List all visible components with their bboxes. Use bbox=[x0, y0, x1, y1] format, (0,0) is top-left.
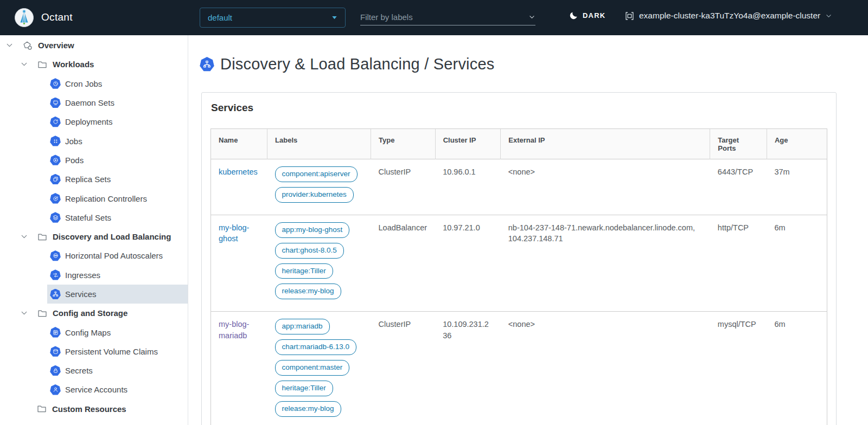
sidebar-item-replica-sets[interactable]: Replica Sets bbox=[0, 170, 188, 189]
label-filter-input[interactable] bbox=[360, 12, 512, 22]
sidebar-group-workloads[interactable]: Workloads bbox=[0, 55, 188, 74]
service-link-kubernetes[interactable]: kubernetes bbox=[219, 168, 258, 176]
cluster-icon bbox=[625, 11, 634, 21]
label-pill[interactable]: chart:ghost-8.0.5 bbox=[275, 243, 344, 259]
sidebar-item-secrets[interactable]: Secrets bbox=[0, 361, 188, 380]
horizontal-pod-autoscalers-icon bbox=[50, 250, 61, 261]
overview-icon bbox=[23, 41, 33, 50]
sidebar-item-service-accounts[interactable]: Service Accounts bbox=[0, 380, 188, 399]
ingresses-icon bbox=[50, 269, 61, 280]
label-pill[interactable]: component:master bbox=[275, 360, 350, 376]
chevron-down-icon[interactable] bbox=[20, 60, 28, 68]
octant-app: Octant default DARK example-cluster-ka3T… bbox=[0, 0, 868, 425]
service-accounts-icon bbox=[50, 384, 61, 395]
sidebar-group-discovery-and-load-balancing[interactable]: Discovery and Load Balancing bbox=[0, 227, 188, 246]
age-cell: 6m bbox=[767, 312, 827, 425]
replication-controllers-icon bbox=[50, 193, 61, 204]
namespace-dropdown[interactable]: default bbox=[200, 8, 346, 28]
sidebar-item-ingresses[interactable]: Ingresses bbox=[0, 266, 188, 285]
octant-logo-icon bbox=[14, 8, 34, 28]
folder-icon bbox=[37, 308, 47, 318]
page-title: Discovery & Load Balancing / Services bbox=[220, 55, 494, 73]
moon-icon bbox=[570, 11, 578, 20]
cluster-context-selector[interactable]: example-cluster-ka3TuTzYo4a@example-clus… bbox=[625, 11, 832, 21]
chevron-down-icon[interactable] bbox=[20, 233, 28, 241]
services-table: Name Labels Type Cluster IP External IP … bbox=[210, 128, 827, 425]
sidebar-item-deployments[interactable]: Deployments bbox=[0, 112, 188, 131]
sidebar-item-horizontal-pod-autoscalers[interactable]: Horizontal Pod Autoscalers bbox=[0, 246, 188, 265]
column-header-name: Name bbox=[211, 129, 267, 159]
sidebar-item-services[interactable]: Services bbox=[0, 285, 188, 304]
label-pill[interactable]: heritage:Tiller bbox=[275, 263, 333, 279]
label-pill[interactable]: app:mariadb bbox=[275, 319, 330, 334]
target-ports-cell: http/TCP bbox=[710, 215, 767, 312]
table-row: my-blog-mariadb app:mariadb chart:mariad… bbox=[211, 312, 827, 425]
label-pill[interactable]: app:my-blog-ghost bbox=[275, 222, 350, 238]
service-resource-icon bbox=[200, 57, 214, 72]
chevron-down-icon[interactable] bbox=[20, 309, 28, 317]
label-list: app:mariadb chart:mariadb-6.13.0 compone… bbox=[275, 319, 363, 421]
table-row: kubernetes component:apiserver provider:… bbox=[211, 159, 827, 215]
sidebar-item-stateful-sets[interactable]: Stateful Sets bbox=[0, 208, 188, 227]
jobs-icon bbox=[50, 136, 61, 146]
sidebar-item-config-maps[interactable]: Config Maps bbox=[0, 323, 188, 342]
table-header-row: Name Labels Type Cluster IP External IP … bbox=[211, 129, 827, 159]
sidebar-item-persistent-volume-claims[interactable]: Persistent Volume Claims bbox=[0, 342, 188, 361]
folder-icon bbox=[37, 404, 47, 414]
app-title: Octant bbox=[41, 11, 73, 23]
label-pill[interactable]: release:my-blog bbox=[275, 284, 341, 299]
cluster-ip-cell: 10.96.0.1 bbox=[435, 159, 501, 215]
label-pill[interactable]: heritage:Tiller bbox=[275, 381, 333, 396]
column-header-external-ip: External IP bbox=[501, 129, 710, 159]
cluster-ip-cell: 10.97.21.0 bbox=[435, 215, 501, 312]
stateful-sets-icon bbox=[50, 212, 61, 223]
daemon-sets-icon bbox=[50, 98, 61, 108]
service-link-my-blog-ghost[interactable]: my-blog-ghost bbox=[219, 223, 249, 243]
cluster-ip-cell: 10.109.231.236 bbox=[435, 312, 501, 425]
column-header-target-ports: Target Ports bbox=[710, 129, 767, 159]
card-title: Services bbox=[211, 102, 827, 114]
label-pill[interactable]: provider:kubernetes bbox=[275, 187, 354, 203]
sidebar-item-daemon-sets[interactable]: Daemon Sets bbox=[0, 93, 188, 112]
sidebar-item-cron-jobs[interactable]: Cron Jobs bbox=[0, 74, 188, 93]
sidebar-group-config-and-storage[interactable]: Config and Storage bbox=[0, 304, 188, 323]
column-header-type: Type bbox=[371, 129, 436, 159]
page-title-row: Discovery & Load Balancing / Services bbox=[200, 55, 494, 73]
deployments-icon bbox=[50, 117, 61, 127]
sidebar-navigation: Overview Workloads Cron Jobs Daemon Sets… bbox=[0, 35, 188, 425]
main-content: Discovery & Load Balancing / Services Se… bbox=[189, 35, 868, 425]
sidebar-group-custom-resources[interactable]: Custom Resources bbox=[0, 400, 188, 418]
type-cell: ClusterIP bbox=[371, 159, 436, 215]
replica-sets-icon bbox=[50, 174, 61, 185]
dark-mode-toggle[interactable]: DARK bbox=[570, 11, 605, 20]
label-pill[interactable]: component:apiserver bbox=[275, 166, 358, 182]
persistent-volume-claims-icon bbox=[50, 346, 61, 357]
table-row: my-blog-ghost app:my-blog-ghost chart:gh… bbox=[211, 215, 827, 312]
caret-down-icon bbox=[331, 15, 337, 21]
label-filter[interactable] bbox=[360, 9, 535, 25]
chevron-down-icon[interactable] bbox=[5, 41, 14, 49]
service-link-my-blog-mariadb[interactable]: my-blog-mariadb bbox=[219, 320, 249, 339]
sidebar-item-jobs[interactable]: Jobs bbox=[0, 131, 188, 150]
label-pill[interactable]: release:my-blog bbox=[275, 401, 341, 417]
sidebar-item-replication-controllers[interactable]: Replication Controllers bbox=[0, 189, 188, 208]
config-maps-icon bbox=[50, 327, 61, 338]
secrets-icon bbox=[50, 365, 61, 376]
sidebar-item-overview[interactable]: Overview bbox=[0, 36, 188, 55]
services-icon bbox=[50, 289, 61, 300]
top-header-bar: Octant default DARK example-cluster-ka3T… bbox=[0, 0, 868, 35]
namespace-dropdown-value: default bbox=[208, 13, 232, 22]
external-ip-cell: <none> bbox=[501, 159, 710, 215]
pods-icon bbox=[50, 154, 61, 165]
type-cell: ClusterIP bbox=[371, 312, 436, 425]
chevron-down-icon bbox=[825, 12, 832, 20]
sidebar-item-pods[interactable]: Pods bbox=[0, 151, 188, 170]
external-ip-cell: <none> bbox=[501, 312, 710, 425]
label-pill[interactable]: chart:mariadb-6.13.0 bbox=[275, 339, 357, 355]
cluster-context-name: example-cluster-ka3TuTzYo4a@example-clus… bbox=[639, 11, 820, 21]
age-cell: 6m bbox=[767, 215, 827, 312]
chevron-down-icon[interactable] bbox=[528, 14, 535, 21]
target-ports-cell: mysql/TCP bbox=[710, 312, 767, 425]
type-cell: LoadBalancer bbox=[371, 215, 436, 312]
label-list: component:apiserver provider:kubernetes bbox=[275, 166, 363, 208]
